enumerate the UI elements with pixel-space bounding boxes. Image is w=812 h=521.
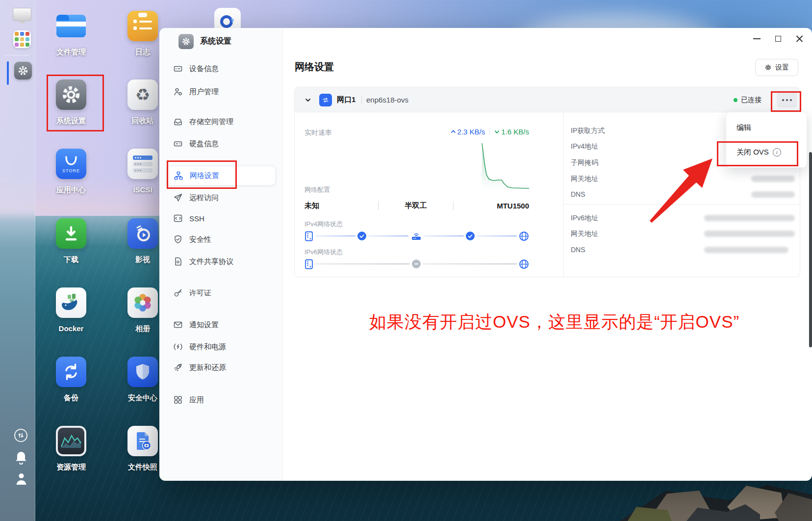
shield-check-icon xyxy=(173,234,183,244)
desktop-icon-docker[interactable]: Docker xyxy=(41,287,102,333)
menu-item-edit[interactable]: 编辑 xyxy=(726,116,807,139)
settings-app-icon xyxy=(178,34,194,49)
sidebar-item-device-info[interactable]: 设备信息 xyxy=(167,59,276,78)
divider xyxy=(361,96,362,104)
network-settings-button[interactable]: 设置 xyxy=(755,59,798,76)
redacted-value xyxy=(704,215,795,221)
desktop-icon-backup[interactable]: 备份 xyxy=(41,357,102,403)
globe-icon xyxy=(519,259,529,269)
sidebar-item-license[interactable]: 许可证 xyxy=(167,283,276,303)
nas-icon xyxy=(304,259,313,269)
settings-sidebar: 系统设置 设备信息 用户管理 存储空间管理 硬盘信息 网络设置 远程访问 S xyxy=(159,28,283,481)
sidebar-item-storage-management[interactable]: 存储空间管理 xyxy=(167,112,276,131)
close-button[interactable] xyxy=(792,32,807,46)
redacted-value xyxy=(751,176,795,182)
app-launcher-icon[interactable] xyxy=(13,30,31,48)
link-line xyxy=(368,235,408,236)
column-divider xyxy=(563,112,564,278)
nas-icon xyxy=(304,231,313,241)
detail-label-ipv6-gateway: 网关地址 xyxy=(571,230,598,238)
desktop-icon-file-manager[interactable]: 文件管理 xyxy=(41,11,102,57)
interface-header[interactable]: 网口1 enp6s18-ovs 已连接 xyxy=(295,87,800,112)
redacted-value xyxy=(704,231,795,237)
user-icon xyxy=(173,87,183,97)
document-icon xyxy=(173,257,183,266)
terminal-icon xyxy=(173,213,183,223)
sidebar-item-update-restore[interactable]: 更新和还原 xyxy=(167,358,276,377)
mtu-value: MTU1500 xyxy=(454,202,529,210)
sidebar-item-applications[interactable]: 应用 xyxy=(167,390,276,410)
link-line xyxy=(477,235,517,236)
ipv4-status-diagram xyxy=(304,230,529,242)
port-icon xyxy=(319,87,332,112)
device-icon xyxy=(173,64,183,74)
duplex-unknown: 未知 xyxy=(304,201,378,210)
sidebar-item-security[interactable]: 安全性 xyxy=(167,230,276,249)
highlight-box-more-options xyxy=(771,91,801,112)
dock-system-settings-icon[interactable] xyxy=(14,62,32,79)
desktop-icon-download[interactable]: 下载 xyxy=(41,218,102,264)
gear-icon xyxy=(764,64,772,71)
detail-label-ipv4-address: IPv4地址 xyxy=(571,142,598,151)
sidebar-item-notifications[interactable]: 通知设置 xyxy=(167,315,276,335)
desktop-icon-resource-monitor[interactable]: 资源管理 xyxy=(41,426,102,472)
download-speed: 1.6 KB/s xyxy=(494,128,529,136)
sidebar-item-file-sharing[interactable]: 文件共享协议 xyxy=(167,252,276,271)
divider xyxy=(489,129,490,135)
upload-speed: 2.3 KB/s xyxy=(451,128,485,136)
redacted-value xyxy=(751,191,795,198)
highlight-box-ovs-item xyxy=(717,141,798,166)
down-caret-icon xyxy=(494,129,500,134)
detail-label-dns: DNS xyxy=(571,190,585,198)
settings-main-panel: 网络设置 设置 网口1 enp6s18-ovs 已连接 xyxy=(283,28,812,481)
chevron-down-icon[interactable] xyxy=(304,87,311,112)
desktop-icon-app-center[interactable]: STORE 应用中心 xyxy=(41,149,102,195)
check-icon xyxy=(357,232,366,240)
sidebar-item-remote-access[interactable]: 远程访问 xyxy=(167,188,276,208)
user-account-icon[interactable] xyxy=(15,472,27,488)
link-line xyxy=(315,235,355,236)
ipv4-status-label: IPv4网络状态 xyxy=(304,220,343,229)
storage-icon xyxy=(173,117,183,127)
highlight-box-system-settings-icon xyxy=(47,75,104,131)
globe-icon xyxy=(519,231,529,241)
rocket-icon xyxy=(173,363,183,372)
config-values: 未知 半双工 MTU1500 xyxy=(304,200,529,211)
detail-label-ip-method: IP获取方式 xyxy=(571,127,605,135)
annotation-arrow xyxy=(646,156,717,227)
interface-name: 网口1 xyxy=(337,87,355,112)
realtime-label: 实时速率 xyxy=(304,129,332,137)
up-caret-icon xyxy=(451,129,456,134)
store-text: STORE xyxy=(62,168,80,173)
network-interface-card: 网口1 enp6s18-ovs 已连接 实时速率 2.3 KB/s 1.6 KB… xyxy=(294,87,800,277)
router-icon xyxy=(410,231,422,241)
dock-separator xyxy=(5,55,29,55)
key-icon xyxy=(173,288,183,298)
recycle-glyph: ♻ xyxy=(135,85,150,104)
sidebar-item-hardware-power[interactable]: 硬件和电源 xyxy=(167,337,276,357)
check-icon xyxy=(466,232,475,240)
disconnected-icon xyxy=(412,260,421,268)
network-traffic-icon[interactable] xyxy=(14,429,27,442)
page-title: 网络设置 xyxy=(295,60,334,74)
maximize-button[interactable] xyxy=(771,32,786,46)
notifications-bell-icon[interactable] xyxy=(14,450,28,468)
window-title: 系统设置 xyxy=(178,34,231,49)
desktop-monitor-icon[interactable] xyxy=(13,8,31,24)
status-badge: 已连接 xyxy=(741,87,761,112)
envelope-icon xyxy=(173,320,183,330)
status-dot xyxy=(734,98,737,102)
system-settings-window: 系统设置 设备信息 用户管理 存储空间管理 硬盘信息 网络设置 远程访问 S xyxy=(159,28,812,481)
sidebar-item-disk-info[interactable]: 硬盘信息 xyxy=(167,134,276,154)
highlight-box-network-settings-item xyxy=(167,160,237,189)
sidebar-item-ssh[interactable]: SSH xyxy=(167,208,276,228)
link-line-inactive xyxy=(423,263,517,264)
duplex-mode: 半双工 xyxy=(379,201,453,210)
minimize-button[interactable] xyxy=(749,32,764,46)
link-line-inactive xyxy=(315,263,410,264)
sidebar-item-user-management[interactable]: 用户管理 xyxy=(167,82,276,102)
dock xyxy=(0,0,35,521)
scrollbar-thumb[interactable] xyxy=(809,152,812,347)
detail-label-ipv6-dns: DNS xyxy=(571,246,585,254)
interface-device: enp6s18-ovs xyxy=(366,87,408,112)
